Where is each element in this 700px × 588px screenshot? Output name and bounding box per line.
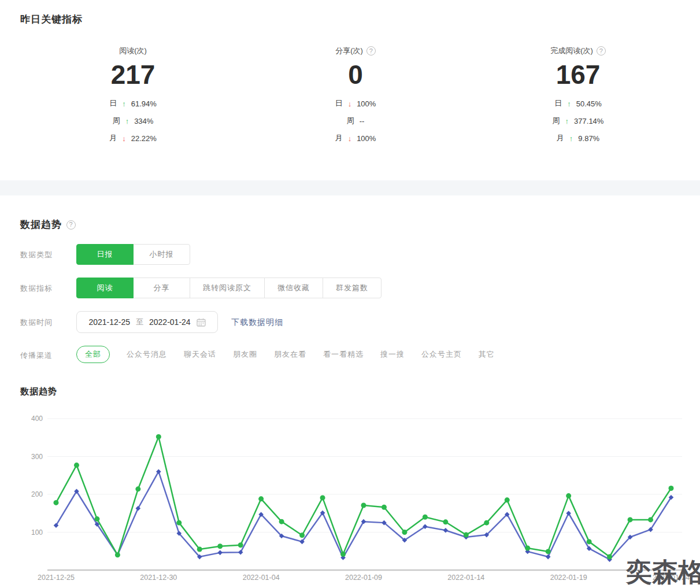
green-data-point[interactable]: [443, 519, 448, 524]
analytics-page: 昨日关键指标 阅读(次)217日↑61.94%周↑334%月↓22.22%分享(…: [0, 0, 700, 588]
green-data-point[interactable]: [176, 520, 182, 526]
metric-label: 完成阅读(次): [550, 46, 593, 56]
metric-value: 167: [488, 59, 668, 90]
yesterday-metrics-title: 昨日关键指标: [20, 13, 83, 26]
green-data-point[interactable]: [628, 517, 633, 522]
stat-value: 9.87%: [578, 134, 599, 143]
stat-row: 周↑377.14%: [488, 112, 668, 130]
stat-value: --: [360, 117, 365, 125]
green-data-point[interactable]: [197, 546, 202, 552]
data-type-option[interactable]: 日报: [76, 244, 134, 265]
data-metric-option[interactable]: 跳转阅读原文: [190, 278, 265, 298]
data-type-option[interactable]: 小时报: [133, 244, 190, 265]
metric-cards-row: 阅读(次)217日↑61.94%周↑334%月↓22.22%分享(次)?0日↓1…: [0, 45, 700, 161]
green-data-point[interactable]: [238, 542, 243, 548]
x-axis-tick-label: 2022-01-04: [243, 574, 280, 582]
metric-value: 0: [266, 59, 445, 90]
date-end[interactable]: 2022-01-24: [149, 317, 191, 327]
x-axis-tick-label: 2022-01-09: [345, 574, 382, 582]
trend-up-arrow-icon: ↑: [122, 99, 126, 108]
watermark: 奕森格: [626, 555, 700, 588]
trend-up-arrow-icon: ↑: [567, 99, 571, 108]
date-start[interactable]: 2021-12-25: [88, 317, 130, 327]
stat-row: 月↑9.87%: [488, 130, 668, 147]
trend-up-arrow-icon: ↑: [125, 117, 129, 125]
green-data-point[interactable]: [320, 495, 325, 500]
green-data-point[interactable]: [546, 549, 551, 554]
help-icon[interactable]: ?: [366, 46, 376, 56]
stat-period: 月: [109, 133, 117, 143]
channel-option[interactable]: 公众号消息: [127, 349, 167, 360]
data-metric-option[interactable]: 微信收藏: [264, 278, 323, 298]
stat-period: 周: [347, 116, 354, 126]
channel-option[interactable]: 搜一搜: [380, 349, 405, 360]
stat-period: 日: [554, 98, 562, 109]
date-range-picker[interactable]: 2021-12-25 至 2022-01-24: [76, 311, 218, 333]
stat-period: 周: [553, 116, 560, 126]
channel-group: 全部公众号消息聊天会话朋友圈朋友在看看一看精选搜一搜公众号主页其它: [76, 346, 495, 363]
green-data-point[interactable]: [587, 539, 592, 544]
trend-down-arrow-icon: ↓: [348, 99, 352, 108]
green-data-point[interactable]: [340, 552, 346, 557]
channel-option[interactable]: 看一看精选: [323, 349, 364, 360]
blue-data-point[interactable]: [546, 554, 551, 560]
data-metric-option[interactable]: 分享: [133, 278, 190, 298]
green-data-point[interactable]: [115, 552, 120, 557]
channel-option[interactable]: 聊天会话: [184, 349, 216, 360]
green-data-point[interactable]: [299, 532, 305, 538]
metric-card: 完成阅读(次)?167日↑50.45%周↑377.14%月↑9.87%: [488, 45, 668, 147]
stat-period: 月: [557, 133, 564, 143]
stat-row: 周↑334%: [43, 112, 223, 130]
green-data-point[interactable]: [648, 517, 653, 522]
green-data-point[interactable]: [258, 496, 264, 501]
green-data-point[interactable]: [361, 502, 366, 508]
trend-chart: 1002003004002021-12-252021-12-302022-01-…: [0, 405, 700, 588]
channel-option[interactable]: 朋友在看: [274, 349, 306, 360]
stat-row: 月↓22.22%: [43, 130, 223, 147]
stat-value: 50.45%: [576, 99, 602, 108]
y-axis-tick-label: 300: [31, 453, 43, 461]
metric-label: 分享(次): [335, 46, 363, 56]
channel-option[interactable]: 朋友圈: [233, 349, 257, 360]
green-data-point[interactable]: [382, 505, 387, 510]
green-data-point[interactable]: [607, 554, 612, 560]
y-axis-tick-label: 400: [31, 415, 43, 423]
help-icon[interactable]: ?: [66, 220, 76, 230]
channel-option[interactable]: 其它: [479, 349, 495, 360]
help-icon[interactable]: ?: [597, 46, 606, 56]
x-axis-tick-label: 2021-12-25: [38, 574, 75, 582]
stat-row: 日↑61.94%: [43, 95, 223, 112]
channel-option[interactable]: 全部: [76, 346, 110, 363]
green-data-point[interactable]: [402, 530, 407, 535]
data-type-group: 日报小时报: [76, 244, 190, 265]
green-data-point[interactable]: [279, 519, 284, 524]
green-data-point[interactable]: [423, 515, 428, 520]
green-data-point[interactable]: [566, 493, 571, 498]
green-data-point[interactable]: [669, 486, 674, 491]
green-data-point[interactable]: [505, 497, 510, 502]
green-data-point[interactable]: [464, 532, 469, 538]
green-data-point[interactable]: [217, 543, 223, 549]
green-data-point[interactable]: [74, 463, 79, 468]
metric-value: 217: [43, 59, 223, 90]
data-metric-option[interactable]: 群发篇数: [323, 278, 382, 298]
blue-series-line: [56, 472, 671, 560]
trend-down-arrow-icon: ↓: [122, 134, 126, 143]
blue-data-point[interactable]: [217, 550, 223, 556]
data-metric-label: 数据指标: [20, 283, 53, 294]
green-data-point[interactable]: [156, 434, 161, 439]
stat-value: 100%: [357, 99, 376, 108]
green-data-point[interactable]: [525, 546, 530, 551]
green-data-point[interactable]: [135, 486, 140, 491]
green-data-point[interactable]: [484, 520, 489, 526]
stat-row: 日↑50.45%: [488, 95, 668, 112]
green-data-point[interactable]: [94, 516, 99, 522]
data-metric-option[interactable]: 阅读: [76, 278, 134, 298]
stat-period: 周: [113, 116, 120, 126]
stat-row: 周--: [266, 112, 445, 130]
download-data-link[interactable]: 下载数据明细: [231, 317, 283, 328]
green-data-point[interactable]: [54, 500, 59, 505]
channel-option[interactable]: 公众号主页: [421, 349, 462, 360]
green-series-line: [56, 437, 671, 557]
trend-up-arrow-icon: ↑: [569, 134, 573, 143]
